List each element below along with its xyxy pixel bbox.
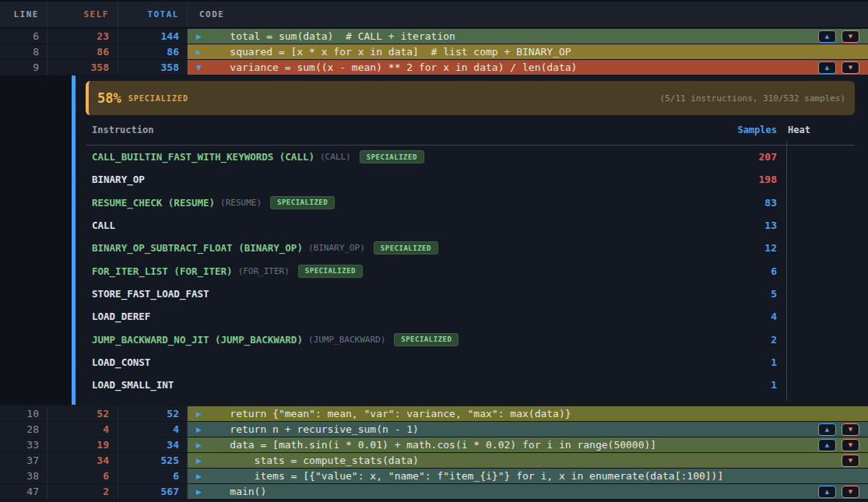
panel-content: 58% SPECIALIZED (5/11 instructions, 310/… bbox=[76, 75, 868, 405]
code-text: return n + recursive_sum(n - 1) bbox=[206, 422, 419, 437]
heat-bar-track bbox=[786, 370, 787, 401]
column-header-code: CODE bbox=[188, 2, 868, 27]
total-samples: 52 bbox=[118, 406, 188, 422]
instruction-name: BINARY_OP_SUBTRACT_FLOAT (BINARY_OP) bbox=[92, 242, 303, 254]
expand-toggle-icon[interactable]: ▶ bbox=[196, 422, 202, 437]
instruction-base-name: (BINARY_OP) bbox=[308, 243, 365, 253]
instruction-sample-count: 4 bbox=[684, 311, 777, 322]
instruction-table: Instruction Samples Heat CALL_BUILTIN_FA… bbox=[86, 115, 855, 396]
self-samples: 86 bbox=[47, 44, 118, 60]
line-number: 33 bbox=[0, 437, 47, 453]
instruction-row: LOAD_SMALL_INT 1 bbox=[86, 374, 855, 396]
panel-gutter bbox=[0, 75, 72, 405]
code-cell[interactable]: ▶ return {"mean": mean, "var": variance,… bbox=[188, 406, 868, 422]
instruction-row: LOAD_CONST 1 bbox=[86, 351, 855, 374]
code-line-row: 6 23 144 ▶ total = sum(data) # CALL + it… bbox=[0, 29, 868, 44]
self-samples: 358 bbox=[47, 60, 118, 75]
instruction-table-header: Instruction Samples Heat bbox=[86, 115, 855, 146]
jump-down-button[interactable]: ▼ bbox=[842, 61, 859, 74]
instruction-name: BINARY_OP bbox=[92, 174, 145, 185]
expand-toggle-icon[interactable]: ▶ bbox=[196, 406, 202, 421]
jump-up-button[interactable]: ▲ bbox=[818, 486, 836, 498]
expand-toggle-icon[interactable]: ▼ bbox=[196, 60, 202, 75]
instruction-base-name: (JUMP_BACKWARD) bbox=[308, 335, 385, 345]
instruction-name: LOAD_CONST bbox=[92, 356, 150, 368]
line-number: 10 bbox=[0, 406, 47, 422]
expand-toggle-icon[interactable]: ▶ bbox=[196, 44, 202, 59]
expand-toggle-icon[interactable]: ▶ bbox=[196, 453, 202, 468]
profiler-view: LINE SELF TOTAL CODE 6 23 144 ▶ total = … bbox=[0, 0, 868, 500]
total-samples: 86 bbox=[118, 44, 188, 60]
jump-up-button[interactable]: ▲ bbox=[818, 61, 836, 74]
code-rows-top: 6 23 144 ▶ total = sum(data) # CALL + it… bbox=[0, 29, 868, 75]
code-text: main() bbox=[206, 484, 266, 499]
code-text: return {"mean": mean, "var": variance, "… bbox=[206, 406, 571, 421]
instruction-name: JUMP_BACKWARD_NO_JIT (JUMP_BACKWARD) bbox=[92, 334, 303, 346]
line-number: 38 bbox=[0, 469, 47, 484]
instruction-sample-count: 5 bbox=[684, 288, 777, 300]
code-cell[interactable]: ▶ main() ▲ ▼ bbox=[188, 484, 868, 500]
instruction-base-name: (RESUME) bbox=[220, 198, 262, 208]
code-cell[interactable]: ▶ total = sum(data) # CALL + iteration ▲… bbox=[188, 29, 868, 44]
instruction-row: JUMP_BACKWARD_NO_JIT (JUMP_BACKWARD) (JU… bbox=[86, 328, 855, 350]
code-text: stats = compute_stats(data) bbox=[206, 453, 419, 468]
code-text: data = [math.sin(i * 0.01) + math.cos(i … bbox=[206, 437, 656, 452]
jump-down-button[interactable]: ▼ bbox=[842, 455, 859, 467]
self-samples: 6 bbox=[47, 469, 118, 484]
jump-down-button[interactable]: ▼ bbox=[842, 30, 859, 43]
jump-down-button[interactable]: ▼ bbox=[842, 439, 859, 451]
self-samples: 34 bbox=[47, 453, 118, 469]
total-samples: 144 bbox=[118, 29, 188, 44]
instruction-sample-count: 12 bbox=[684, 242, 777, 254]
expand-toggle-icon[interactable]: ▶ bbox=[196, 469, 202, 483]
expand-toggle-icon[interactable]: ▶ bbox=[196, 29, 202, 44]
code-line-row: 10 52 52 ▶ return {"mean": mean, "var": … bbox=[0, 406, 868, 422]
instruction-row: FOR_ITER_LIST (FOR_ITER) (FOR_ITER) SPEC… bbox=[86, 259, 855, 282]
code-cell[interactable]: ▶ return n + recursive_sum(n - 1) ▲ ▼ bbox=[188, 422, 868, 437]
row-nav-buttons: ▲ ▼ bbox=[818, 423, 859, 436]
instruction-row: STORE_FAST_LOAD_FAST 5 bbox=[86, 283, 855, 305]
column-header-self: SELF bbox=[47, 2, 118, 27]
code-cell[interactable]: ▶ data = [math.sin(i * 0.01) + math.cos(… bbox=[188, 437, 868, 453]
specialized-badge: SPECIALIZED bbox=[374, 241, 438, 255]
jump-down-button[interactable]: ▼ bbox=[842, 423, 859, 436]
expand-toggle-icon[interactable]: ▶ bbox=[196, 437, 202, 452]
instruction-rows: CALL_BUILTIN_FAST_WITH_KEYWORDS (CALL) (… bbox=[86, 146, 855, 396]
instruction-row: CALL 13 bbox=[86, 214, 855, 237]
instruction-name: CALL_BUILTIN_FAST_WITH_KEYWORDS (CALL) bbox=[92, 151, 315, 163]
code-cell[interactable]: ▶ items = [{"value": x, "name": f"item_{… bbox=[188, 469, 868, 484]
specialized-badge: SPECIALIZED bbox=[394, 333, 459, 346]
code-table-header: LINE SELF TOTAL CODE bbox=[0, 0, 868, 29]
instruction-sample-count: 198 bbox=[684, 174, 777, 185]
self-samples: 23 bbox=[47, 29, 118, 44]
self-samples: 2 bbox=[47, 484, 118, 500]
code-line-row: 28 4 4 ▶ return n + recursive_sum(n - 1)… bbox=[0, 422, 868, 437]
instruction-name: STORE_FAST_LOAD_FAST bbox=[92, 288, 209, 300]
total-samples: 6 bbox=[118, 469, 188, 484]
row-nav-buttons: ▲ ▼ bbox=[818, 486, 859, 498]
jump-down-button[interactable]: ▼ bbox=[842, 486, 859, 498]
column-header-total: TOTAL bbox=[118, 2, 188, 27]
instruction-sample-count: 83 bbox=[684, 197, 777, 209]
instruction-row: BINARY_OP_SUBTRACT_FLOAT (BINARY_OP) (BI… bbox=[86, 237, 855, 259]
jump-up-button[interactable]: ▲ bbox=[818, 423, 836, 436]
code-cell[interactable]: ▶ stats = compute_stats(data) ▼ bbox=[188, 453, 868, 469]
total-samples: 358 bbox=[118, 60, 188, 75]
self-samples: 52 bbox=[47, 406, 118, 422]
row-nav-buttons: ▲ ▼ bbox=[818, 30, 859, 43]
jump-up-button[interactable]: ▲ bbox=[818, 30, 836, 43]
jump-up-button[interactable]: ▲ bbox=[818, 439, 836, 451]
specialization-detail: (5/11 instructions, 310/532 samples) bbox=[660, 93, 845, 104]
instruction-name: FOR_ITER_LIST (FOR_ITER) bbox=[92, 265, 233, 277]
column-header-samples[interactable]: Samples bbox=[684, 125, 777, 135]
total-samples: 567 bbox=[118, 484, 188, 500]
code-line-row: 9 358 358 ▼ variance = sum((x - mean) **… bbox=[0, 60, 868, 75]
code-cell[interactable]: ▼ variance = sum((x - mean) ** 2 for x i… bbox=[188, 60, 868, 75]
code-line-row: 37 34 525 ▶ stats = compute_stats(data) … bbox=[0, 453, 868, 469]
code-line-row: 33 19 34 ▶ data = [math.sin(i * 0.01) + … bbox=[0, 437, 868, 453]
code-line-row: 8 86 86 ▶ squared = [x * x for x in data… bbox=[0, 44, 868, 60]
expand-toggle-icon[interactable]: ▶ bbox=[196, 484, 202, 499]
instruction-sample-count: 1 bbox=[684, 356, 777, 368]
specialization-banner: 58% SPECIALIZED (5/11 instructions, 310/… bbox=[86, 81, 855, 115]
code-cell[interactable]: ▶ squared = [x * x for x in data] # list… bbox=[188, 44, 868, 60]
